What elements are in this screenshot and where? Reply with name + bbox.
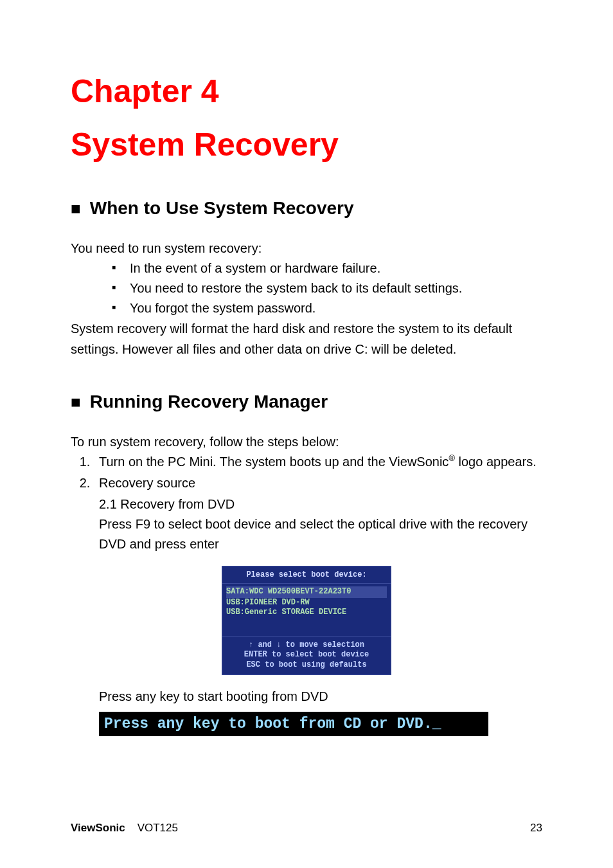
boot-menu-list: SATA:WDC WD2500BEVT-22A23T0 USB:PIONEER … <box>222 584 391 637</box>
footer-brand: ViewSonic <box>71 822 125 834</box>
boot-device-menu-image: Please select boot device: SATA:WDC WD25… <box>222 566 391 675</box>
section-heading: When to Use System Recovery <box>90 198 354 219</box>
list-item: You need to restore the system back to i… <box>112 278 542 298</box>
step1-pre: Turn on the PC Mini. The system boots up… <box>99 455 449 469</box>
section-running-recovery: ■ Running Recovery Manager To run system… <box>71 392 542 736</box>
footer-model <box>128 822 137 834</box>
list-item: In the event of a system or hardware fai… <box>112 258 542 278</box>
press-key-label: Press any key to start booting from DVD <box>71 687 542 707</box>
section2-ordered-list: Turn on the PC Mini. The system boots up… <box>71 452 542 493</box>
boot-menu-hint: ↑ and ↓ to move selection <box>225 640 388 651</box>
section1-bullet-list: In the event of a system or hardware fai… <box>71 258 542 318</box>
list-item: Turn on the PC Mini. The system boots up… <box>94 452 542 472</box>
section2-intro: To run system recovery, follow the steps… <box>71 431 542 452</box>
section-when-to-use: ■ When to Use System Recovery You need t… <box>71 198 542 359</box>
registered-trademark-icon: ® <box>449 453 455 463</box>
square-bullet-icon: ■ <box>71 200 81 217</box>
page-number: 23 <box>530 822 542 835</box>
step1-post: logo appears. <box>455 455 537 469</box>
section-heading: Running Recovery Manager <box>90 392 328 412</box>
substep-2-1-text: Press F9 to select boot device and selec… <box>71 514 542 554</box>
list-item: Recovery source <box>94 473 542 493</box>
section1-outro: System recovery will format the hard dis… <box>71 318 542 359</box>
boot-menu-footer: ↑ and ↓ to move selection ENTER to selec… <box>222 637 391 674</box>
section1-intro: You need to run system recovery: <box>71 238 542 258</box>
page-footer: ViewSonic VOT125 23 <box>71 822 542 835</box>
boot-menu-item: USB:PIONEER DVD-RW <box>226 598 387 608</box>
list-item: You forgot the system password. <box>112 298 542 318</box>
boot-menu-title: Please select boot device: <box>222 566 391 584</box>
substep-2-1-title: 2.1 Recovery from DVD <box>71 494 542 514</box>
chapter-number: Chapter 4 <box>71 71 542 113</box>
boot-menu-hint: ENTER to select boot device <box>225 650 388 660</box>
boot-menu-hint: ESC to boot using defaults <box>225 660 388 671</box>
boot-from-cd-prompt-image: Press any key to boot from CD or DVD._ <box>99 712 488 736</box>
square-bullet-icon: ■ <box>71 393 81 410</box>
boot-menu-item-selected: SATA:WDC WD2500BEVT-22A23T0 <box>226 586 387 598</box>
footer-model-text: VOT125 <box>138 822 178 834</box>
chapter-name: System Recovery <box>71 124 542 166</box>
boot-menu-item: USB:Generic STORAGE DEVICE <box>226 608 387 618</box>
